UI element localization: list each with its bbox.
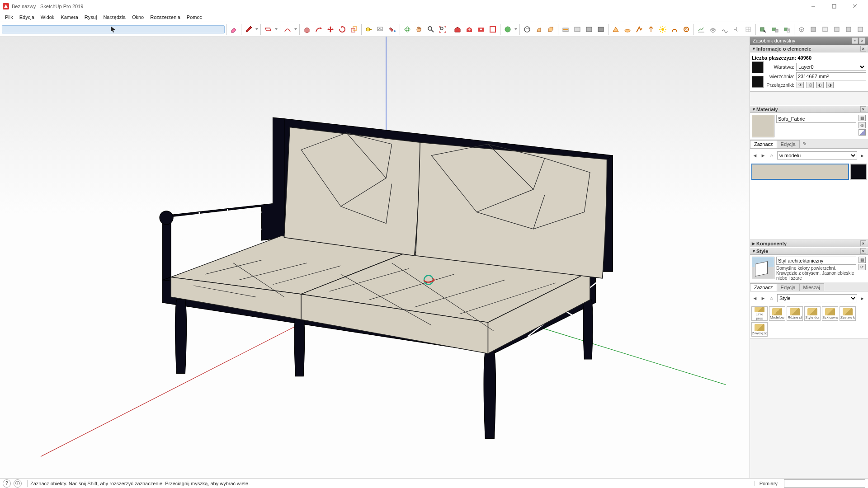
style-thumb-0[interactable]: Linie pros xyxy=(751,306,768,321)
section-plane[interactable] xyxy=(560,23,571,35)
minimize-button[interactable] xyxy=(803,0,824,12)
section-display[interactable] xyxy=(571,23,583,35)
advanced-camera-6[interactable] xyxy=(680,23,692,35)
menu-draw[interactable]: Rysuj xyxy=(81,14,100,20)
layer-select[interactable]: Layer0 xyxy=(796,63,866,71)
arcs-dropdown[interactable] xyxy=(293,27,298,31)
menu-camera[interactable]: Kamera xyxy=(57,14,81,20)
view-front[interactable] xyxy=(819,23,831,35)
warehouse-share-tool[interactable] xyxy=(463,23,475,35)
scale-tool[interactable] xyxy=(348,23,360,35)
styles-nav-fwd[interactable]: ► xyxy=(760,296,766,301)
styles-tab-edit[interactable]: Edycja xyxy=(777,283,800,291)
geo-tool[interactable] xyxy=(502,23,514,35)
styles-tab-mix[interactable]: Mieszaj xyxy=(799,283,824,291)
style-preview[interactable] xyxy=(752,257,774,279)
material-swatch-fabric[interactable] xyxy=(751,164,849,180)
select-tool[interactable] xyxy=(2,25,225,33)
pushpull-tool[interactable] xyxy=(301,23,313,35)
status-geo-icon[interactable]: ? xyxy=(3,479,11,488)
viewport[interactable] xyxy=(0,37,750,478)
style-thumb-4[interactable]: Szkicowa xyxy=(822,306,838,321)
materials-nav-back[interactable]: ◄ xyxy=(752,153,758,158)
panel-materials-header[interactable]: ▼Materiały × xyxy=(750,105,868,113)
style-update-icon[interactable]: ⟳ xyxy=(859,264,866,270)
materials-nav-fwd[interactable]: ► xyxy=(760,153,766,158)
menu-edit[interactable]: Edycja xyxy=(16,14,38,20)
menu-window[interactable]: Okno xyxy=(129,14,147,20)
layout-tool[interactable] xyxy=(487,23,499,35)
status-credit-icon[interactable]: ⓘ xyxy=(14,479,22,488)
dc-attributes[interactable] xyxy=(781,23,793,35)
solid-intersect[interactable] xyxy=(533,23,545,35)
toggle-lock-icon[interactable]: ⎙ xyxy=(807,82,814,88)
orbit-tool[interactable] xyxy=(401,23,413,35)
panel-styles-close[interactable]: × xyxy=(860,248,866,254)
menu-tools[interactable]: Narzędzia xyxy=(100,14,129,20)
materials-menu-icon[interactable]: ▸ xyxy=(859,152,866,159)
panel-entity-close[interactable]: × xyxy=(860,46,866,52)
panel-entity-header[interactable]: ▼Informacje o elemencie × xyxy=(750,45,868,52)
view-top[interactable] xyxy=(807,23,819,35)
area-input[interactable] xyxy=(796,72,866,80)
advanced-camera[interactable] xyxy=(610,23,622,35)
sandbox-5[interactable] xyxy=(742,23,754,35)
back-material-swatch[interactable] xyxy=(752,76,764,88)
toggle-shadows-icon[interactable]: ◐ xyxy=(816,82,824,88)
styles-home-icon[interactable]: ⌂ xyxy=(768,295,775,302)
style-thumb-1[interactable]: Modelow xyxy=(769,306,785,321)
style-thumb-3[interactable]: Style dor xyxy=(804,306,821,321)
styles-nav-back[interactable]: ◄ xyxy=(752,296,758,301)
rotate-tool[interactable] xyxy=(336,23,348,35)
material-sample-icon[interactable]: ◍ xyxy=(859,122,866,128)
styles-scope-select[interactable]: Style xyxy=(777,294,857,302)
solid-union[interactable] xyxy=(545,23,557,35)
move-tool[interactable] xyxy=(325,23,336,35)
dc-options[interactable] xyxy=(769,23,781,35)
tray-pin[interactable]: ▫ xyxy=(852,38,858,44)
menu-view[interactable]: Widok xyxy=(38,14,58,20)
style-thumb-2[interactable]: Różne st xyxy=(787,306,803,321)
style-thumb-6[interactable]: Zwycięzc xyxy=(751,322,768,337)
followme-tool[interactable] xyxy=(313,23,325,35)
sandbox-2[interactable] xyxy=(707,23,719,35)
pan-tool[interactable] xyxy=(413,23,425,35)
menu-ext[interactable]: Rozszerzenia xyxy=(147,14,184,20)
materials-tab-edit[interactable]: Edycja xyxy=(777,140,800,148)
text-tool[interactable]: A1 xyxy=(375,23,387,35)
zoom-tool[interactable] xyxy=(425,23,437,35)
panel-materials-close[interactable]: × xyxy=(860,106,866,112)
style-name-input[interactable] xyxy=(776,257,856,265)
toggle-visible-icon[interactable]: 👁 xyxy=(797,82,804,88)
styles-tab-select[interactable]: Zaznacz xyxy=(750,283,777,291)
arc-tool[interactable] xyxy=(282,23,293,35)
style-thumb-5[interactable]: Zestaw k xyxy=(840,306,856,321)
sandbox-4[interactable] xyxy=(731,23,742,35)
pencil-tool[interactable] xyxy=(243,23,255,35)
zoom-extents-tool[interactable] xyxy=(437,23,448,35)
pencil-dropdown[interactable] xyxy=(255,27,259,31)
materials-tab-select[interactable]: Zaznacz xyxy=(750,140,777,148)
menu-help[interactable]: Pomoc xyxy=(184,14,205,20)
menu-file[interactable]: Plik xyxy=(2,14,16,20)
maximize-button[interactable] xyxy=(824,0,844,12)
toggle-cast-icon[interactable]: ◑ xyxy=(826,82,834,88)
advanced-camera-2[interactable] xyxy=(622,23,633,35)
style-create-icon[interactable]: ▦ xyxy=(859,257,866,263)
tape-tool[interactable] xyxy=(363,23,375,35)
front-material-swatch[interactable] xyxy=(752,61,764,73)
view-left[interactable] xyxy=(854,23,866,35)
advanced-camera-4[interactable] xyxy=(645,23,657,35)
view-back[interactable] xyxy=(843,23,854,35)
material-default-icon[interactable] xyxy=(859,129,866,136)
section-cut[interactable] xyxy=(583,23,595,35)
sandbox-3[interactable] xyxy=(719,23,731,35)
materials-scope-select[interactable]: w modelu xyxy=(777,151,857,160)
paint-tool[interactable] xyxy=(387,23,398,35)
dc-interact[interactable] xyxy=(757,23,769,35)
panel-styles-header[interactable]: ▼Style × xyxy=(750,247,868,255)
close-button[interactable] xyxy=(844,0,865,12)
shapes-dropdown[interactable] xyxy=(274,27,278,31)
material-preview[interactable] xyxy=(752,115,774,137)
material-swatch-black[interactable] xyxy=(850,164,867,180)
